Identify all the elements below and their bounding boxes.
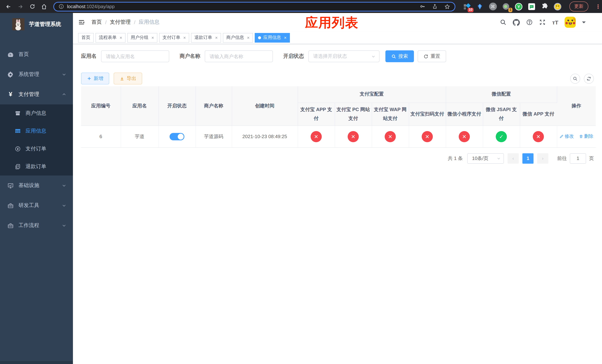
close-icon[interactable]: × xyxy=(284,35,287,40)
extension-command-icon[interactable]: ⌘ xyxy=(489,2,497,11)
export-button[interactable]: 导出 xyxy=(114,73,142,85)
download-icon xyxy=(119,76,124,81)
table-toolbar: 新增 导出 xyxy=(81,73,594,85)
status-toggle[interactable] xyxy=(170,133,184,140)
share-icon[interactable] xyxy=(432,4,438,9)
close-icon[interactable]: × xyxy=(183,35,186,40)
sidebar-collapse-bar[interactable] xyxy=(0,361,73,364)
sidebar-item-app-info[interactable]: 应用信息 xyxy=(0,122,73,140)
reset-button[interactable]: 重置 xyxy=(418,50,446,62)
sidebar-item-infra[interactable]: 基础设施 xyxy=(0,175,73,195)
breadcrumb-separator: / xyxy=(105,19,107,25)
extensions-strip: 10 ⌘ 1 Y 更新 ⋮ xyxy=(463,1,601,11)
col-header-alipay-qr: 支付宝扫码支付 xyxy=(409,103,446,126)
next-page-button[interactable]: › xyxy=(537,153,548,164)
search-icon xyxy=(391,54,396,59)
extension-chat-icon[interactable] xyxy=(527,2,536,11)
browser-back-icon[interactable] xyxy=(4,2,13,11)
browser-reload-icon[interactable] xyxy=(27,2,37,11)
close-icon[interactable]: × xyxy=(151,35,154,40)
extensions-puzzle-icon[interactable] xyxy=(540,2,549,11)
cell-app-name: 芋道 xyxy=(121,126,159,148)
pagination-total: 共 1 条 xyxy=(448,155,463,162)
sidebar-item-workflow[interactable]: 工作流程 xyxy=(0,215,73,236)
close-icon[interactable]: × xyxy=(119,35,122,40)
sidebar-item-label: 退款订单 xyxy=(26,163,46,170)
toolbox-icon xyxy=(7,222,14,229)
refresh-icon xyxy=(586,76,591,81)
refresh-icon xyxy=(424,54,428,59)
add-button[interactable]: 新增 xyxy=(81,73,109,85)
cell-wx-app: ✕ xyxy=(520,126,557,148)
tab-pay-orders[interactable]: 支付订单× xyxy=(159,33,189,43)
sidebar-collapse-icon[interactable] xyxy=(78,19,85,26)
search-icon xyxy=(573,76,578,81)
avatar-caret-icon[interactable] xyxy=(582,21,586,25)
fullscreen-icon[interactable] xyxy=(539,19,546,26)
delete-link[interactable]: 删除 xyxy=(579,133,593,140)
sidebar-item-payment[interactable]: ¥ 支付管理 xyxy=(0,85,73,104)
breadcrumb-payment[interactable]: 支付管理 xyxy=(110,19,131,26)
extension-yudao-icon[interactable]: Y xyxy=(515,2,523,11)
sidebar-item-merchant-info[interactable]: 商户信息 xyxy=(0,104,73,122)
close-icon[interactable]: × xyxy=(215,35,218,40)
col-header-merchant: 商户名称 xyxy=(195,86,232,126)
password-key-icon[interactable] xyxy=(419,3,425,10)
toggle-search-button[interactable] xyxy=(570,74,580,84)
profile-avatar-icon[interactable] xyxy=(553,2,562,11)
tab-home[interactable]: 首页 xyxy=(78,33,94,43)
chevron-down-icon xyxy=(62,72,66,77)
help-icon[interactable] xyxy=(526,19,533,26)
gear-icon xyxy=(7,71,14,78)
browser-menu-icon[interactable]: ⋮ xyxy=(595,3,601,10)
active-dot xyxy=(258,36,261,39)
browser-home-icon[interactable] xyxy=(39,2,49,11)
tab-process-form[interactable]: 流程表单× xyxy=(96,33,126,43)
search-button[interactable]: 搜索 xyxy=(386,50,414,62)
status-select[interactable]: 请选择开启状态 xyxy=(308,50,379,62)
close-icon[interactable]: × xyxy=(247,35,249,40)
col-header-wx-jsapi: 微信 JSAPI 支付 xyxy=(483,103,520,126)
sidebar-item-pay-orders[interactable]: 支付订单 xyxy=(0,140,73,158)
sidebar-item-label: 应用信息 xyxy=(26,128,46,134)
sidebar-item-label: 工作流程 xyxy=(19,222,62,229)
github-icon[interactable] xyxy=(513,19,520,26)
tab-user-group[interactable]: 用户分组× xyxy=(127,33,157,43)
search-icon[interactable] xyxy=(500,19,507,26)
sidebar-item-home[interactable]: 首页 xyxy=(0,44,73,64)
chevron-down-icon xyxy=(62,223,66,228)
chevron-down-icon xyxy=(371,54,376,58)
sidebar-item-dev-tools[interactable]: 研发工具 xyxy=(0,195,73,215)
sidebar-item-label: 系统管理 xyxy=(19,71,62,78)
sidebar-item-system[interactable]: 系统管理 xyxy=(0,64,73,85)
page-number-1[interactable]: 1 xyxy=(522,153,534,164)
merchant-name-input[interactable] xyxy=(205,50,273,62)
prev-page-button[interactable]: ‹ xyxy=(508,153,519,164)
page-size-select[interactable]: 10条/页 xyxy=(467,153,504,164)
extension-tabs-icon[interactable]: 10 xyxy=(463,2,471,11)
font-size-icon[interactable]: ᴛT xyxy=(552,19,558,25)
tab-app-info[interactable]: 应用信息× xyxy=(255,33,290,43)
command-glyph: ⌘ xyxy=(491,4,495,9)
breadcrumb-home[interactable]: 首页 xyxy=(91,19,102,26)
user-avatar[interactable] xyxy=(565,17,576,28)
refresh-table-button[interactable] xyxy=(584,74,594,84)
app-name-input[interactable] xyxy=(101,50,169,62)
plus-icon xyxy=(87,76,91,81)
chevron-up-icon xyxy=(62,92,66,97)
browser-update-button[interactable]: 更新 xyxy=(570,1,588,11)
goto-page-input[interactable] xyxy=(570,153,586,164)
address-bar[interactable]: localhost:1024/pay/app xyxy=(53,2,455,11)
sidebar-logo[interactable]: 芋道管理系统 xyxy=(0,13,73,35)
bookmark-star-icon[interactable] xyxy=(444,3,450,10)
tab-refund-orders[interactable]: 退款订单× xyxy=(191,33,221,43)
browser-forward-icon[interactable] xyxy=(16,2,25,11)
breadcrumb-current: 应用信息 xyxy=(139,19,160,26)
site-info-icon[interactable] xyxy=(58,4,64,9)
col-header-wx-app: 微信 APP 支付 xyxy=(520,103,557,126)
tab-merchant-info[interactable]: 商户信息× xyxy=(223,33,253,43)
extension-gem-icon[interactable] xyxy=(476,2,484,11)
extension-recorder-icon[interactable]: 1 xyxy=(502,2,510,11)
sidebar-item-refund-orders[interactable]: 退款订单 xyxy=(0,158,73,175)
edit-link[interactable]: 修改 xyxy=(559,133,574,140)
